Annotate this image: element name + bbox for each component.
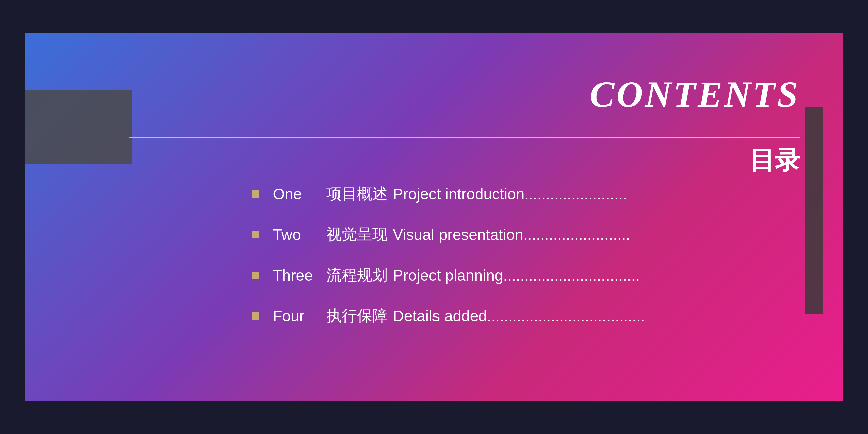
left-block xyxy=(25,90,132,163)
bullet-four xyxy=(252,312,259,320)
item-number-one: One xyxy=(273,185,326,203)
bullet-one xyxy=(252,190,259,198)
item-number-four: Four xyxy=(273,307,326,325)
item-english-four: Details added...........................… xyxy=(393,307,800,325)
item-chinese-one: 项目概述 xyxy=(326,184,393,204)
slide-title: CONTENTS xyxy=(590,73,800,116)
menu-item-one: One 项目概述 Project introduction...........… xyxy=(252,184,800,204)
item-number-two: Two xyxy=(273,226,326,244)
item-english-two: Visual presentation.....................… xyxy=(393,226,800,244)
item-chinese-three: 流程规划 xyxy=(326,265,393,286)
menu-items-container: One 项目概述 Project introduction...........… xyxy=(252,184,800,327)
menu-item-three: Three 流程规划 Project planning.............… xyxy=(252,265,800,286)
item-chinese-two: 视觉呈现 xyxy=(326,224,393,245)
menu-item-four: Four 执行保障 Details added.................… xyxy=(252,306,800,327)
bullet-two xyxy=(252,231,259,238)
slide-container: CONTENTS 目录 One 项目概述 Project introductio… xyxy=(25,33,843,401)
menu-item-two: Two 视觉呈现 Visual presentation............… xyxy=(252,224,800,245)
slide-subtitle: 目录 xyxy=(750,144,800,177)
item-english-three: Project planning........................… xyxy=(393,267,800,284)
item-chinese-four: 执行保障 xyxy=(326,306,393,327)
right-bar xyxy=(805,107,823,314)
bullet-three xyxy=(252,272,259,279)
item-number-three: Three xyxy=(273,267,326,284)
item-english-one: Project introduction....................… xyxy=(393,185,800,203)
divider-line xyxy=(129,137,800,137)
